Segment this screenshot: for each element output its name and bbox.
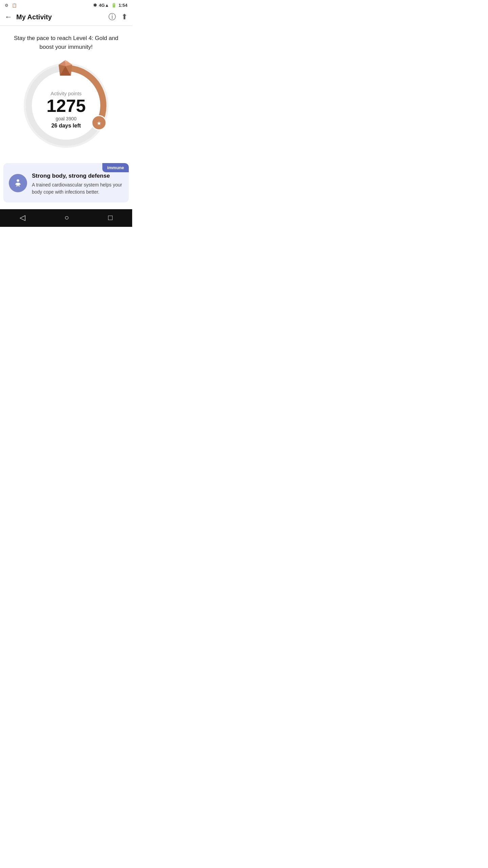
header-actions: ⓘ ⬆ (108, 12, 127, 22)
status-bar: ⚙ 📋 ✱ 4G▲ 🔋 1:54 (0, 0, 132, 9)
card-tag: immune (102, 163, 129, 172)
info-button[interactable]: ⓘ (108, 12, 116, 22)
settings-icon: ⚙ (5, 3, 8, 8)
ring-days-left: 26 days left (46, 123, 86, 129)
ring-section: ★ Activity points 1275 goal 3900 26 days… (0, 55, 132, 160)
signal-icon: 4G▲ (99, 3, 109, 8)
nav-home-button[interactable]: ○ (64, 213, 69, 222)
ring-center: Activity points 1275 goal 3900 26 days l… (46, 91, 86, 129)
bluetooth-icon: ✱ (93, 3, 97, 8)
page-title: My Activity (16, 13, 108, 21)
svg-text:★: ★ (97, 120, 101, 126)
progress-ring-wrap: ★ Activity points 1275 goal 3900 26 days… (19, 58, 114, 153)
card-icon-wrap (9, 174, 27, 192)
card-description: A trained cardiovascular system helps yo… (32, 181, 123, 196)
gem-badge (55, 59, 76, 82)
person-icon (13, 178, 23, 188)
ring-goal: goal 3900 (46, 116, 86, 121)
status-left-icons: ⚙ 📋 (5, 3, 17, 8)
nav-recents-button[interactable]: □ (108, 213, 113, 222)
svg-point-14 (17, 179, 19, 182)
back-button[interactable]: ← (5, 13, 12, 21)
ring-label: Activity points (46, 91, 86, 96)
card-text-block: Strong body, strong defense A trained ca… (32, 173, 123, 196)
header: ← My Activity ⓘ ⬆ (0, 9, 132, 26)
share-button[interactable]: ⬆ (121, 13, 127, 21)
time-display: 1:54 (119, 3, 127, 8)
status-right-info: ✱ 4G▲ 🔋 1:54 (93, 3, 127, 8)
motivation-text: Stay the pace to reach Level 4: Gold and… (0, 26, 132, 55)
battery-icon: 🔋 (111, 3, 117, 8)
info-card[interactable]: immune Strong body, strong defense A tra… (3, 163, 129, 202)
clipboard-icon: 📋 (12, 3, 17, 8)
bottom-navigation: ◁ ○ □ (0, 209, 132, 227)
svg-point-13 (64, 60, 66, 62)
ring-points: 1275 (46, 97, 86, 115)
nav-back-button[interactable]: ◁ (20, 213, 25, 222)
card-title: Strong body, strong defense (32, 173, 123, 179)
